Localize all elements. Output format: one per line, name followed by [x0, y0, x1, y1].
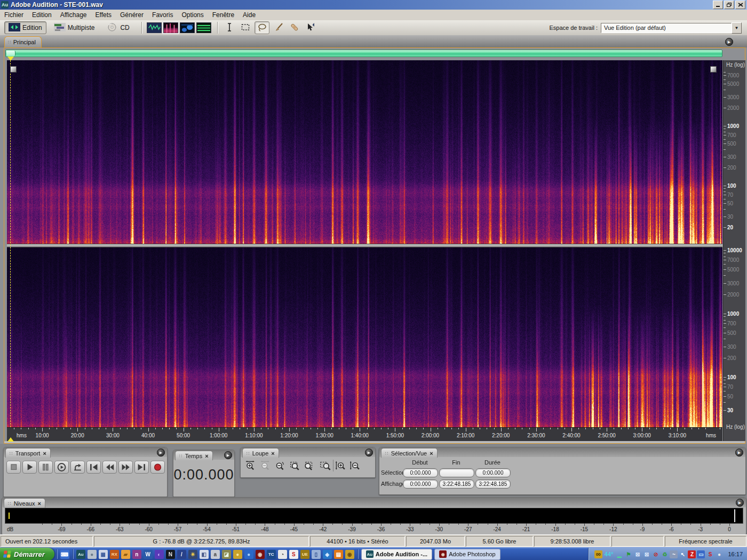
close-icon[interactable]: ×: [430, 451, 433, 456]
compass-icon[interactable]: ◔: [278, 550, 287, 559]
stop-button[interactable]: [6, 461, 21, 474]
rewind-button[interactable]: [102, 461, 117, 474]
display-icon[interactable]: ▭: [697, 550, 705, 558]
workspace-dropdown[interactable]: Vue Edition (par défaut): [601, 23, 732, 33]
scrub-tool-icon[interactable]: [304, 21, 317, 33]
tc-icon[interactable]: TC: [267, 550, 276, 559]
menu-aide[interactable]: Aide: [239, 10, 260, 20]
transport-tab[interactable]: ∷ Transport ×: [5, 448, 51, 458]
panel-menu-icon[interactable]: ▶: [736, 499, 744, 507]
pause-button[interactable]: [38, 461, 53, 474]
selection-duration-field[interactable]: 0:00.000: [475, 468, 511, 477]
minimized-app-icon[interactable]: ▁: [615, 550, 623, 558]
s-wave-icon[interactable]: ◈: [323, 550, 332, 559]
word-icon[interactable]: W: [144, 550, 153, 559]
view-end-field[interactable]: 3:22:48.185: [439, 479, 474, 489]
spectrogram-left-channel[interactable]: [7, 60, 722, 244]
card-icon[interactable]: ◧: [200, 550, 209, 559]
title-bar[interactable]: Au Adobe Audition - STE-001.wav: [0, 0, 747, 10]
menu-edition[interactable]: Edition: [28, 10, 56, 20]
task-button-adobe-photoshop[interactable]: ◉Adobe Photoshop: [434, 549, 500, 560]
restore-button[interactable]: [724, 1, 734, 9]
scroll-strip[interactable]: [4, 441, 745, 443]
time-selection-tool-icon[interactable]: [222, 21, 236, 33]
audition-icon[interactable]: Au: [76, 550, 85, 559]
time-ruler[interactable]: hms hms 10:0020:0030:0040:0050:001:00:00…: [7, 427, 722, 442]
close-icon[interactable]: ×: [271, 451, 274, 456]
channel-divider[interactable]: [7, 244, 722, 247]
calculator-icon[interactable]: ▦: [99, 550, 108, 559]
frequency-axis[interactable]: Hz (log)70005000300020001000700500300200…: [723, 60, 745, 441]
levels-tab[interactable]: ∷ Niveaux ×: [4, 498, 45, 508]
panel-menu-icon[interactable]: ▶: [725, 38, 733, 46]
globe-grey-icon[interactable]: ●: [88, 550, 97, 559]
pdf-icon[interactable]: ▤: [334, 550, 343, 559]
updates-icon[interactable]: ♻: [661, 550, 669, 558]
sbp-icon[interactable]: S: [289, 550, 298, 559]
zoom-out-horizontal-button[interactable]: [258, 460, 272, 471]
effects-paintbrush-tool-icon[interactable]: [272, 21, 285, 33]
waveform-view-icon[interactable]: [147, 22, 162, 33]
zoom-selection-left-button[interactable]: [303, 460, 317, 471]
scanner-icon[interactable]: ~: [670, 550, 678, 558]
panel-menu-icon[interactable]: ▶: [224, 451, 232, 459]
go-to-start-button[interactable]: [86, 461, 101, 474]
spectral-pan-view-icon[interactable]: [180, 22, 195, 33]
menu-generer[interactable]: Générer: [116, 10, 148, 20]
pc-blue-icon[interactable]: ▯: [312, 550, 321, 559]
overview-handle[interactable]: [6, 51, 15, 56]
zoom-tab[interactable]: ∷ Loupe ×: [242, 448, 279, 458]
panel-menu-icon[interactable]: ▶: [157, 449, 165, 457]
globe-blue-icon[interactable]: ●: [244, 550, 253, 559]
record-button[interactable]: [150, 461, 165, 474]
flag-icon[interactable]: ⚑: [624, 550, 632, 558]
selection-end-field[interactable]: [439, 468, 474, 477]
media-player-icon[interactable]: ◉: [345, 550, 354, 559]
spectral-frequency-view-icon[interactable]: [163, 22, 178, 33]
folder-orange-icon[interactable]: ▰: [121, 550, 130, 559]
selection-corner-handle-left[interactable]: [10, 66, 17, 73]
rx-icon[interactable]: RX: [110, 550, 119, 559]
mode-button-edition[interactable]: Edition: [4, 21, 46, 34]
globe-gold-icon[interactable]: ●: [233, 550, 242, 559]
close-icon[interactable]: ×: [205, 453, 208, 459]
planet-icon[interactable]: ◐: [155, 550, 164, 559]
network-offline2-icon[interactable]: ⊠: [642, 550, 650, 558]
menu-effets[interactable]: Effets: [91, 10, 116, 20]
close-icon[interactable]: ×: [43, 451, 46, 456]
view-duration-field[interactable]: 3:22:48.185: [475, 479, 511, 489]
tab-principal[interactable]: ∷ Principal: [4, 36, 42, 47]
loop-play-button[interactable]: [70, 461, 85, 474]
close-icon[interactable]: ×: [37, 501, 41, 506]
paint-icon[interactable]: ◪: [222, 550, 231, 559]
selection-corner-handle-right[interactable]: [710, 66, 717, 73]
network-offline-icon[interactable]: ⊠: [633, 550, 641, 558]
play-from-cursor-button[interactable]: [54, 461, 69, 474]
selection-tab[interactable]: ∷ Sélection/Vue ×: [381, 448, 438, 458]
zoom-full-button[interactable]: [273, 460, 287, 471]
mouse-icon[interactable]: ●: [715, 550, 723, 558]
level-meter[interactable]: [5, 508, 743, 524]
time-tab[interactable]: ∷ Temps ×: [175, 451, 213, 460]
tablet-keyboard-icon[interactable]: ⌨: [60, 550, 69, 559]
view-start-field[interactable]: 0:00.000: [403, 479, 438, 489]
zoom-selection-right-button[interactable]: [318, 460, 332, 471]
menu-fichier[interactable]: Fichier: [0, 10, 28, 20]
zoom-to-selection-button[interactable]: [288, 460, 302, 471]
marquee-selection-tool-icon[interactable]: [239, 21, 252, 33]
antivirus-icon[interactable]: S: [706, 550, 714, 558]
overview-navigation-bar[interactable]: [5, 50, 722, 57]
onenote-icon[interactable]: n: [132, 550, 141, 559]
zoom-in-horizontal-button[interactable]: [243, 460, 257, 471]
spectrogram-right-channel[interactable]: [7, 247, 722, 427]
mode-button-multipiste[interactable]: Multipiste: [50, 21, 99, 34]
photoshop-eye-icon[interactable]: ◉: [256, 550, 265, 559]
menu-fenetre[interactable]: Fenêtre: [208, 10, 239, 20]
n-black-icon[interactable]: N: [166, 550, 175, 559]
zoom-out-vertical-button[interactable]: [348, 460, 362, 471]
wand-icon[interactable]: /: [177, 550, 186, 559]
menu-options[interactable]: Options: [177, 10, 208, 20]
go-to-end-button[interactable]: [134, 461, 149, 474]
ue-icon[interactable]: UE: [300, 550, 309, 559]
chevron-down-icon[interactable]: ▼: [732, 22, 742, 34]
